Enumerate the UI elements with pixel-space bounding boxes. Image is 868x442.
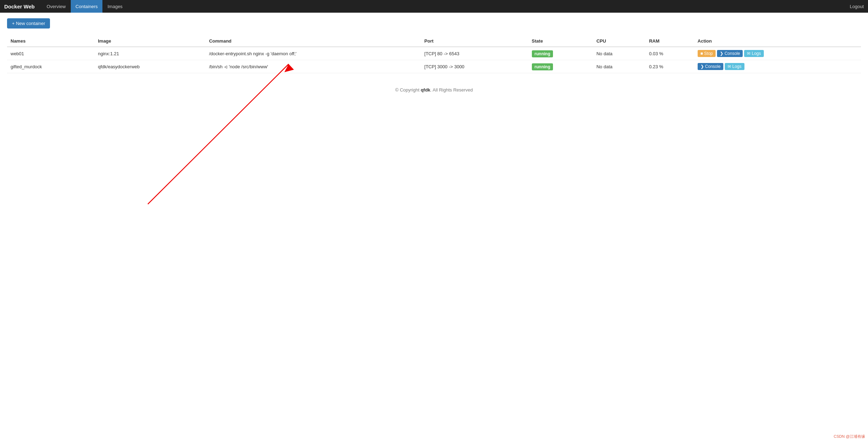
col-cpu: CPU [593, 36, 645, 47]
stop-button[interactable]: ■ Stop [698, 50, 716, 57]
action-buttons: ❯ Console ✉ Logs [698, 63, 857, 70]
cell-image: qfdk/easydockerweb [94, 60, 206, 73]
col-state: State [528, 36, 593, 47]
nav-item-overview[interactable]: Overview [42, 0, 70, 13]
main-content: + New container Names Image Command Port… [0, 13, 868, 98]
cell-name: web01 [7, 47, 94, 60]
cell-command: /bin/sh -c 'node /src/bin/www' [206, 60, 421, 73]
state-badge: running [532, 63, 553, 70]
cell-name: gifted_murdock [7, 60, 94, 73]
table-row: web01 nginx:1.21 /docker-entrypoint.sh n… [7, 47, 861, 60]
new-container-button[interactable]: + New container [7, 18, 50, 29]
containers-table: Names Image Command Port State CPU RAM A… [7, 36, 861, 73]
col-port: Port [421, 36, 528, 47]
console-button[interactable]: ❯ Console [717, 50, 743, 57]
footer-text: © Copyright qfdk. All Rights Reserved [395, 87, 473, 93]
cell-action: ❯ Console ✉ Logs [694, 60, 861, 73]
col-names: Names [7, 36, 94, 47]
watermark: CSDN @江埔有缘 [834, 434, 865, 439]
console-button[interactable]: ❯ Console [698, 63, 723, 70]
table-body: web01 nginx:1.21 /docker-entrypoint.sh n… [7, 47, 861, 73]
logs-button[interactable]: ✉ Logs [725, 63, 744, 70]
nav-item-containers[interactable]: Containers [71, 0, 103, 13]
cell-port: [TCP] 3000 -> 3000 [421, 60, 528, 73]
cell-command: /docker-entrypoint.sh nginx -g 'daemon o… [206, 47, 421, 60]
cell-action: ■ Stop ❯ Console ✉ Logs [694, 47, 861, 60]
nav-item-images[interactable]: Images [102, 0, 127, 13]
footer-brand: qfdk [421, 87, 430, 93]
logout-button[interactable]: Logout [850, 4, 864, 9]
cell-state: running [528, 47, 593, 60]
col-image: Image [94, 36, 206, 47]
footer: © Copyright qfdk. All Rights Reserved [7, 87, 861, 93]
col-command: Command [206, 36, 421, 47]
table-header: Names Image Command Port State CPU RAM A… [7, 36, 861, 47]
cell-state: running [528, 60, 593, 73]
cell-ram: 0.23 % [646, 60, 694, 73]
state-badge: running [532, 50, 553, 57]
action-buttons: ■ Stop ❯ Console ✉ Logs [698, 50, 857, 57]
cell-ram: 0.03 % [646, 47, 694, 60]
cell-cpu: No data [593, 60, 645, 73]
cell-image: nginx:1.21 [94, 47, 206, 60]
col-action: Action [694, 36, 861, 47]
logs-button[interactable]: ✉ Logs [744, 50, 763, 57]
nav-menu: Overview Containers Images [42, 0, 850, 13]
cell-cpu: No data [593, 47, 645, 60]
app-brand: Docker Web [4, 4, 34, 10]
table-row: gifted_murdock qfdk/easydockerweb /bin/s… [7, 60, 861, 73]
col-ram: RAM [646, 36, 694, 47]
navbar: Docker Web Overview Containers Images Lo… [0, 0, 868, 13]
cell-port: [TCP] 80 -> 6543 [421, 47, 528, 60]
